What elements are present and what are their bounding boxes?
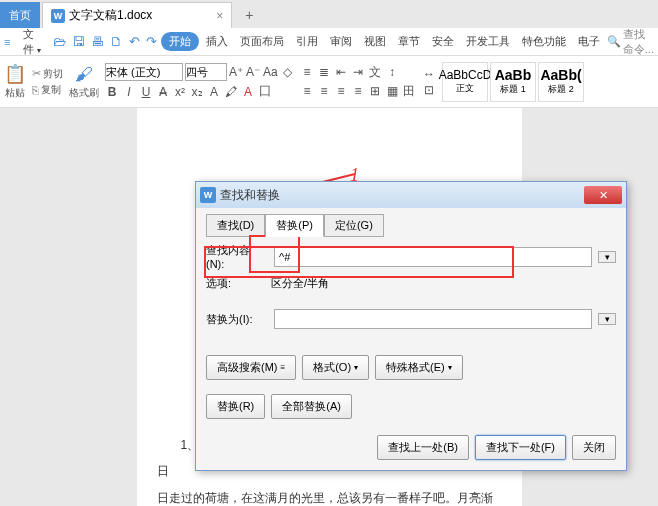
font-color-button[interactable]: A [241,85,255,99]
tab-add-button[interactable]: + [236,2,262,28]
replace-with-input[interactable] [274,309,592,329]
menu-features[interactable]: 特色功能 [517,32,571,51]
copy-button[interactable]: ⎘复制 [32,83,63,97]
paste-icon: 📋 [4,63,26,85]
font-size-select[interactable] [185,63,227,81]
file-menu[interactable]: 文件 ▾ [17,25,49,59]
options-value: 区分全/半角 [271,277,329,289]
find-content-row: 查找内容(N): ▾ [206,243,616,270]
menu-dev-tools[interactable]: 开发工具 [461,32,515,51]
menu-start[interactable]: 开始 [161,32,199,51]
dialog-title-text: 查找和替换 [220,187,280,204]
clear-format-icon[interactable]: ◇ [280,65,294,79]
underline-button[interactable]: U [139,85,153,99]
char-border-button[interactable]: 囗 [258,83,272,100]
style-heading2[interactable]: AaBb( 标题 2 [538,62,584,102]
align-left-icon[interactable]: ≡ [300,84,314,98]
borders-icon[interactable]: 田 [402,83,416,100]
tab-goto[interactable]: 定位(G) [324,214,384,237]
dialog-titlebar[interactable]: W 查找和替换 ✕ [196,182,626,208]
find-dropdown-icon[interactable]: ▾ [598,251,616,263]
text-direction-icon[interactable]: 文 [368,64,382,81]
options-row: 选项: 区分全/半角 [206,276,616,291]
tab-close-icon[interactable]: × [216,9,223,23]
tab-find[interactable]: 查找(D) [206,214,265,237]
advanced-search-button[interactable]: 高级搜索(M) ≡ [206,355,296,380]
command-search[interactable]: 🔍 查找命令... [607,27,654,57]
align-center-icon[interactable]: ≡ [317,84,331,98]
replace-dropdown-icon[interactable]: ▾ [598,313,616,325]
font-family-select[interactable] [105,63,183,81]
font-group: A⁺ A⁻ Aa ◇ B I U A̶ x² x₂ A 🖍 A 囗 [105,63,294,100]
shading-icon[interactable]: ▦ [385,84,399,98]
style-heading1[interactable]: AaBb 标题 1 [490,62,536,102]
cut-button[interactable]: ✂剪切 [32,67,63,81]
italic-button[interactable]: I [122,85,136,99]
find-next-button[interactable]: 查找下一处(F) [475,435,566,460]
subscript-button[interactable]: x₂ [190,85,204,99]
find-replace-dialog: W 查找和替换 ✕ 查找(D) 替换(P) 定位(G) 查找内容(N): ▾ 选… [195,181,627,471]
tab-replace[interactable]: 替换(P) [265,214,324,237]
copy-icon: ⎘ [32,84,39,96]
tab-document[interactable]: W 文字文稿1.docx × [42,2,232,28]
menu-electronic[interactable]: 电子 [573,32,605,51]
indent-left-icon[interactable]: ⇤ [334,65,348,79]
number-list-icon[interactable]: ≣ [317,65,331,79]
replace-with-row: 替换为(I): ▾ [206,309,616,329]
navigation-buttons-row: 查找上一处(B) 查找下一处(F) 关闭 [206,435,616,460]
tool-icon-b[interactable]: ⊡ [422,83,436,97]
tab-document-label: 文字文稿1.docx [69,7,152,24]
format-button[interactable]: 格式(O) ▾ [302,355,369,380]
menu-chapter[interactable]: 章节 [393,32,425,51]
find-prev-button[interactable]: 查找上一处(B) [377,435,469,460]
menu-page-layout[interactable]: 页面布局 [235,32,289,51]
line-spacing-icon[interactable]: ↕ [385,65,399,79]
qat-undo-icon[interactable]: ↶ [127,34,142,49]
qat-print-icon[interactable]: 🖶 [89,34,106,49]
menu-references[interactable]: 引用 [291,32,323,51]
format-painter-icon: 🖌 [75,64,93,85]
strikethrough-button[interactable]: A̶ [156,85,170,99]
distribute-icon[interactable]: ⊞ [368,84,382,98]
advanced-buttons-row: 高级搜索(M) ≡ 格式(O) ▾ 特殊格式(E) ▾ [206,355,616,380]
highlight-button[interactable]: 🖍 [224,85,238,99]
replace-one-button[interactable]: 替换(R) [206,394,265,419]
bullet-list-icon[interactable]: ≡ [300,65,314,79]
change-case-icon[interactable]: Aa [263,65,277,79]
qat-open-icon[interactable]: 🗁 [51,34,68,49]
replace-with-label: 替换为(I): [206,312,268,327]
menu-security[interactable]: 安全 [427,32,459,51]
text-effects-button[interactable]: A [207,85,221,99]
dialog-body: 查找(D) 替换(P) 定位(G) 查找内容(N): ▾ 选项: 区分全/半角 … [196,208,626,470]
tool-icon-a[interactable]: ↔ [422,67,436,81]
styles-gallery: AaBbCcD 正文 AaBb 标题 1 AaBb( 标题 2 [442,62,584,102]
format-painter-button[interactable]: 🖌 格式刷 [69,64,99,100]
tools-group: ↔ ⊡ [422,67,436,97]
bold-button[interactable]: B [105,85,119,99]
superscript-button[interactable]: x² [173,85,187,99]
replace-all-button[interactable]: 全部替换(A) [271,394,352,419]
app-menu-icon[interactable]: ≡ [4,36,15,48]
increase-font-icon[interactable]: A⁺ [229,65,243,79]
paragraph[interactable]: 日走过的荷塘，在这满月的光里，总该另有一番样子吧。月亮渐渐地 [157,485,502,506]
qat-preview-icon[interactable]: 🗋 [108,34,125,49]
special-format-button[interactable]: 特殊格式(E) ▾ [375,355,463,380]
find-content-input[interactable] [274,247,592,267]
ribbon: 📋 粘贴 ✂剪切 ⎘复制 🖌 格式刷 A⁺ A⁻ Aa ◇ B I U A̶ x… [0,56,658,108]
doc-icon: W [51,9,65,23]
replace-buttons-row: 替换(R) 全部替换(A) [206,394,616,419]
dialog-close-button[interactable]: ✕ [584,186,622,204]
indent-right-icon[interactable]: ⇥ [351,65,365,79]
menu-view[interactable]: 视图 [359,32,391,51]
align-right-icon[interactable]: ≡ [334,84,348,98]
close-button[interactable]: 关闭 [572,435,616,460]
paste-button[interactable]: 📋 粘贴 [4,63,26,100]
align-justify-icon[interactable]: ≡ [351,84,365,98]
qat-redo-icon[interactable]: ↷ [144,34,159,49]
menu-insert[interactable]: 插入 [201,32,233,51]
style-normal[interactable]: AaBbCcD 正文 [442,62,488,102]
qat-save-icon[interactable]: 🖫 [70,34,87,49]
decrease-font-icon[interactable]: A⁻ [246,65,260,79]
dialog-tabs: 查找(D) 替换(P) 定位(G) [206,214,616,237]
menu-review[interactable]: 审阅 [325,32,357,51]
